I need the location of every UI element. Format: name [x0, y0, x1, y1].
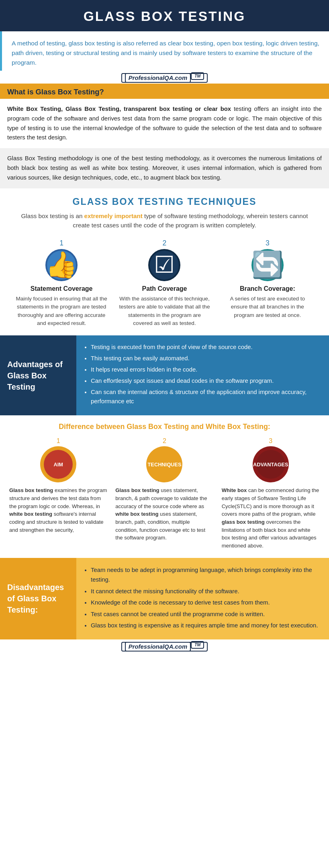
highlight-text: extremely important — [84, 212, 143, 219]
page-header: GLASS BOX TESTING — [0, 0, 329, 31]
list-item: This testing can be easily automated. — [91, 354, 320, 364]
diff-aim: 1 AIM Glass box testing examines the pro… — [7, 437, 109, 534]
techniques-row: 1 👍 Statement Coverage Mainly focused in… — [12, 239, 317, 328]
technique-1-circle: 👍 — [45, 249, 78, 281]
technique-branch-coverage: 3 🔄 Branch Coverage: A series of test ar… — [218, 239, 317, 319]
diff-3-desc: White box can be commenced during the ea… — [222, 486, 320, 550]
disadvantages-heading: Disadvantages of Glass Box Testing: — [7, 582, 69, 615]
what-body-1: White Box Testing, Glass Box Testing, tr… — [0, 99, 329, 148]
disadvantages-section: Disadvantages of Glass Box Testing: Team… — [0, 558, 329, 639]
diff-row: 1 AIM Glass box testing examines the pro… — [7, 437, 322, 550]
advantages-left: Advantages of Glass Box Testing — [0, 335, 76, 415]
what-header: What is Glass Box Testing? — [0, 84, 329, 99]
diff-techniques: 2 TECHNIQUES Glass box testing uses stat… — [113, 437, 215, 542]
disadvantages-list: Team needs to be adept in programming la… — [84, 565, 320, 631]
technique-path-coverage: 2 ☑ Path Coverage With the assistance of… — [115, 239, 214, 328]
brand-logo: ProfessionalQA.comTM — [0, 71, 329, 84]
what-text-2: Glass Box Testing methodology is one of … — [7, 154, 322, 182]
technique-statement-coverage: 1 👍 Statement Coverage Mainly focused in… — [12, 239, 111, 328]
disadvantages-left: Disadvantages of Glass Box Testing: — [0, 558, 76, 639]
technique-3-desc: A series of test are executed to ensure … — [221, 295, 314, 319]
technique-2-circle: ☑ — [148, 249, 180, 281]
thumbs-up-icon: 👍 — [45, 250, 78, 280]
technique-1-desc: Mainly focused in ensuring that all the … — [15, 295, 108, 328]
list-item: Testing is executed from the point of vi… — [91, 343, 320, 352]
diff-3-outer: ADVANTAGES — [253, 446, 289, 482]
diff-1-number: 1 — [9, 437, 107, 445]
diff-1-desc: Glass box testing examines the program s… — [9, 486, 107, 534]
technique-2-name: Path Coverage — [118, 285, 210, 292]
advantages-list: Testing is executed from the point of vi… — [84, 343, 320, 406]
techniques-section: GLASS BOX TESTING TECHNIQUES Glass box t… — [0, 188, 329, 336]
what-heading: What is Glass Box Testing? — [7, 88, 322, 96]
technique-1-name: Statement Coverage — [15, 285, 108, 292]
list-item: Glass box testing is expensive as it req… — [91, 621, 320, 631]
technique-3-number: 3 — [221, 239, 314, 247]
list-item: It helps reveal errors hidden in the cod… — [91, 365, 320, 375]
diff-advantages: 3 ADVANTAGES White box can be commenced … — [220, 437, 322, 550]
technique-2-desc: With the assistance of this technique, t… — [118, 295, 210, 328]
diff-3-inner: ADVANTAGES — [256, 450, 285, 479]
list-item: Test cases cannot be created until the p… — [91, 609, 320, 619]
advantages-section: Advantages of Glass Box Testing Testing … — [0, 335, 329, 415]
what-text-1: White Box Testing, Glass Box Testing, tr… — [7, 104, 322, 143]
techniques-intro: Glass box testing is an extremely import… — [12, 211, 317, 230]
diff-2-number: 2 — [115, 437, 213, 445]
list-item: Can effortlessly spot issues and dead co… — [91, 376, 320, 386]
advantages-heading: Advantages of Glass Box Testing — [7, 359, 69, 392]
diff-3-number: 3 — [222, 437, 320, 445]
technique-1-number: 1 — [15, 239, 108, 247]
technique-2-number: 2 — [118, 239, 210, 247]
diff-1-inner: AIM — [44, 450, 73, 479]
what-section: What is Glass Box Testing? White Box Tes… — [0, 84, 329, 188]
intro-section: A method of testing, glass box testing i… — [0, 31, 329, 71]
list-item: Knowledge of the code is necessary to de… — [91, 598, 320, 608]
list-item: Can scan the internal actions & structur… — [91, 388, 320, 407]
brand-name: ProfessionalQA.comTM — [121, 73, 208, 83]
list-item: It cannot detect the missing functionali… — [91, 586, 320, 596]
techniques-heading: GLASS BOX TESTING TECHNIQUES — [12, 196, 317, 207]
diff-1-outer: AIM — [40, 446, 76, 482]
advantages-right: Testing is executed from the point of vi… — [76, 335, 329, 415]
diff-2-inner: TECHNIQUES — [150, 450, 179, 479]
difference-section: Difference between Glass Box Testing and… — [0, 415, 329, 558]
technique-3-name: Branch Coverage: — [221, 285, 314, 292]
diff-2-outer: TECHNIQUES — [146, 446, 182, 482]
difference-heading: Difference between Glass Box Testing and… — [7, 423, 322, 431]
what-body-2: Glass Box Testing methodology is one of … — [0, 148, 329, 188]
intro-text: A method of testing, glass box testing i… — [12, 39, 319, 67]
footer-brand: ProfessionalQA.comTM — [0, 639, 329, 655]
diff-2-desc: Glass box testing uses statement, branch… — [115, 486, 213, 542]
technique-3-circle: 🔄 — [251, 249, 284, 281]
refresh-icon: 🔄 — [251, 250, 284, 280]
list-item: Team needs to be adept in programming la… — [91, 565, 320, 585]
what-bold: White Box Testing, Glass Box Testing, tr… — [7, 106, 231, 112]
footer-brand-name: ProfessionalQA.comTM — [121, 642, 208, 652]
page-title: GLASS BOX TESTING — [8, 9, 321, 24]
checklist-icon: ☑ — [154, 251, 175, 278]
disadvantages-right: Team needs to be adept in programming la… — [76, 558, 329, 639]
